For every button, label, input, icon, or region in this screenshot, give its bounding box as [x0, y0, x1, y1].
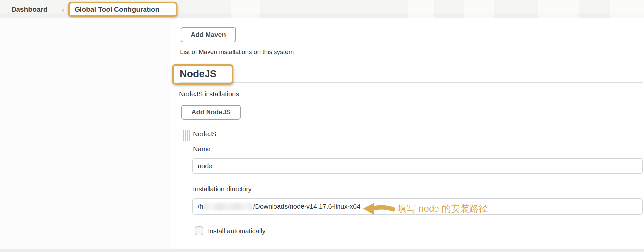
- arrow-left-annotation-icon: [362, 202, 395, 216]
- directory-path-prefix: /h: [198, 203, 203, 210]
- add-nodejs-button[interactable]: Add NodeJS: [181, 105, 241, 120]
- sidebar-empty-area: [0, 18, 171, 252]
- name-input[interactable]: [192, 158, 643, 174]
- blur-patch: [464, 0, 494, 18]
- installation-directory-label: Installation directory: [193, 185, 252, 193]
- add-maven-button[interactable]: Add Maven: [181, 27, 236, 42]
- bottom-edge-strip: [0, 249, 644, 252]
- content-divider: [171, 18, 171, 252]
- blur-patch: [231, 0, 260, 18]
- breadcrumb-current-page[interactable]: Global Tool Configuration: [75, 5, 159, 13]
- nodejs-section-title: NodeJS: [180, 68, 217, 79]
- nodejs-installations-label: NodeJS installations: [179, 90, 239, 98]
- nodejs-item-label: NodeJS: [193, 130, 216, 138]
- blur-patch: [610, 0, 644, 18]
- jenkins-global-tool-configuration-page: Dashboard › Global Tool Configuration Ad…: [0, 0, 644, 252]
- annotation-note-text: 填写 node 的安装路径: [398, 203, 488, 215]
- directory-path-suffix: /Downloads/node-v14.17.6-linux-x64: [253, 203, 361, 210]
- name-label: Name: [193, 145, 210, 153]
- drag-handle-icon[interactable]: [182, 130, 190, 141]
- blur-patch: [538, 0, 579, 18]
- section-divider-line: [179, 82, 643, 83]
- chevron-right-icon: ›: [62, 6, 64, 14]
- install-automatically-checkbox[interactable]: [195, 226, 203, 235]
- maven-installations-description: List of Maven installations on this syst…: [180, 48, 294, 56]
- breadcrumb-dashboard-link[interactable]: Dashboard: [11, 5, 48, 13]
- redacted-text-blur: [204, 203, 253, 210]
- blur-patch: [408, 0, 434, 18]
- install-automatically-label[interactable]: Install automatically: [208, 227, 266, 235]
